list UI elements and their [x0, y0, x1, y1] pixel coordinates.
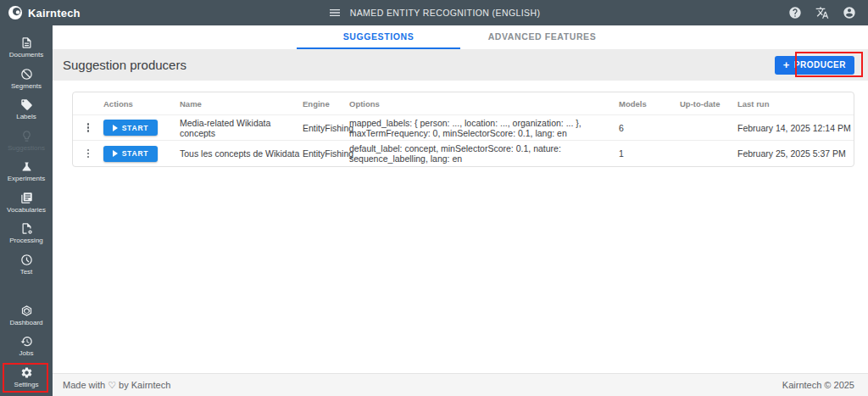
start-button[interactable]: START: [103, 120, 158, 136]
producer-name: Tous les concepts de Wikidata: [180, 148, 303, 159]
menu-icon[interactable]: [328, 6, 342, 20]
footer-made-with: Made with ♡ by Kairntech: [63, 380, 170, 391]
sidebar-label: Segments: [11, 82, 42, 90]
sidebar-item-processing[interactable]: Processing: [0, 218, 53, 249]
sidebar-item-suggestions[interactable]: Suggestions: [0, 125, 53, 157]
table-row: START Tous les concepts de Wikidata Enti…: [73, 141, 854, 166]
account-icon[interactable]: [843, 6, 856, 20]
producer-options: default_label: concept, minSelectorScore…: [349, 143, 619, 164]
suggestions-icon: [20, 130, 33, 142]
vocabularies-icon: [20, 192, 33, 204]
page-title: Suggestion producers: [63, 58, 186, 72]
sidebar-item-labels[interactable]: Labels: [0, 94, 53, 125]
topbar-actions: [788, 6, 868, 20]
footer-copyright: Kairntech © 2025: [782, 380, 854, 390]
start-button[interactable]: START: [103, 146, 158, 162]
producer-options: mapped_labels: { person: ..., location: …: [349, 118, 619, 138]
labels-icon: [20, 98, 33, 111]
jobs-icon: [20, 335, 33, 348]
tab-advanced-features[interactable]: ADVANCED FEATURES: [460, 25, 624, 49]
translate-icon[interactable]: [815, 6, 829, 20]
start-label: START: [122, 149, 149, 158]
kairntech-logo-icon: [8, 6, 22, 20]
producer-engine: EntityFishing: [303, 148, 349, 159]
sidebar-item-vocabularies[interactable]: Vocabularies: [0, 187, 53, 219]
producer-last-run: February 25, 2025 5:37 PM: [737, 148, 854, 159]
sidebar-label: Labels: [16, 113, 36, 120]
producer-last-run: February 14, 2025 12:14 PM: [737, 123, 854, 133]
sidebar-label: Settings: [14, 381, 39, 388]
sidebar-label: Experiments: [8, 175, 45, 182]
dashboard-icon: [20, 304, 33, 317]
table-row: START Media-related Wikidata concepts En…: [73, 115, 854, 141]
sidebar-item-documents[interactable]: Documents: [0, 32, 53, 64]
col-header-engine: Engine: [303, 99, 349, 109]
sidebar-label: Vocabularies: [7, 206, 46, 214]
sidebar-label: Documents: [9, 51, 43, 59]
add-producer-button[interactable]: + PRODUCER: [775, 56, 854, 75]
play-icon: [113, 125, 118, 131]
test-icon: [20, 254, 33, 266]
sidebar-item-jobs[interactable]: Jobs: [0, 331, 53, 362]
col-header-options: Options: [349, 99, 619, 109]
row-menu-icon[interactable]: [87, 149, 90, 159]
documents-icon: [20, 36, 33, 49]
sidebar: Documents Segments Labels Suggestions Ex…: [0, 25, 53, 396]
main-content: SUGGESTIONS ADVANCED FEATURES Suggestion…: [53, 25, 868, 373]
brand-name: Kairntech: [28, 7, 81, 20]
row-menu-icon[interactable]: [87, 123, 90, 132]
segments-icon: [20, 68, 33, 81]
processing-icon: [20, 222, 33, 235]
producers-table: Actions Name Engine Options Models Up-to…: [72, 92, 854, 167]
tabs-bar: SUGGESTIONS ADVANCED FEATURES: [53, 25, 868, 49]
start-label: START: [122, 124, 149, 132]
sidebar-item-settings[interactable]: Settings: [0, 362, 53, 393]
project-title: NAMED ENTITY RECOGNITION (ENGLISH): [350, 8, 541, 18]
help-icon[interactable]: [788, 6, 802, 20]
plus-icon: +: [783, 59, 790, 70]
tab-suggestions[interactable]: SUGGESTIONS: [297, 25, 460, 49]
producer-engine: EntityFishing: [303, 123, 349, 133]
col-header-models: Models: [619, 99, 680, 109]
producer-name: Media-related Wikidata concepts: [180, 118, 303, 138]
settings-icon: [20, 366, 33, 379]
sidebar-item-experiments[interactable]: Experiments: [0, 156, 53, 187]
sidebar-label: Dashboard: [9, 319, 42, 326]
col-header-up-to-date: Up-to-date: [680, 99, 737, 109]
producer-models: 6: [619, 123, 680, 133]
producer-models: 1: [619, 148, 680, 159]
sidebar-bottom-group: Dashboard Jobs Settings: [0, 300, 53, 396]
sidebar-label: Suggestions: [8, 144, 45, 152]
col-header-name: Name: [180, 99, 303, 109]
sidebar-item-dashboard[interactable]: Dashboard: [0, 300, 53, 332]
sidebar-label: Test: [20, 268, 33, 276]
sidebar-item-test[interactable]: Test: [0, 249, 53, 281]
add-producer-label: PRODUCER: [794, 60, 846, 70]
sidebar-label: Processing: [9, 237, 43, 244]
col-header-actions: Actions: [103, 99, 180, 109]
footer: Made with ♡ by Kairntech Kairntech © 202…: [53, 373, 868, 396]
toolbar: Suggestion producers + PRODUCER: [53, 49, 868, 81]
col-header-last-run: Last run: [737, 99, 854, 109]
brand[interactable]: Kairntech: [0, 6, 81, 20]
play-icon: [113, 150, 118, 157]
topbar-center: NAMED ENTITY RECOGNITION (ENGLISH): [0, 0, 868, 25]
topbar: Kairntech NAMED ENTITY RECOGNITION (ENGL…: [0, 0, 868, 25]
table-header-row: Actions Name Engine Options Models Up-to…: [73, 92, 854, 115]
sidebar-label: Jobs: [19, 349, 34, 357]
experiments-icon: [20, 160, 33, 173]
sidebar-item-segments[interactable]: Segments: [0, 64, 53, 95]
